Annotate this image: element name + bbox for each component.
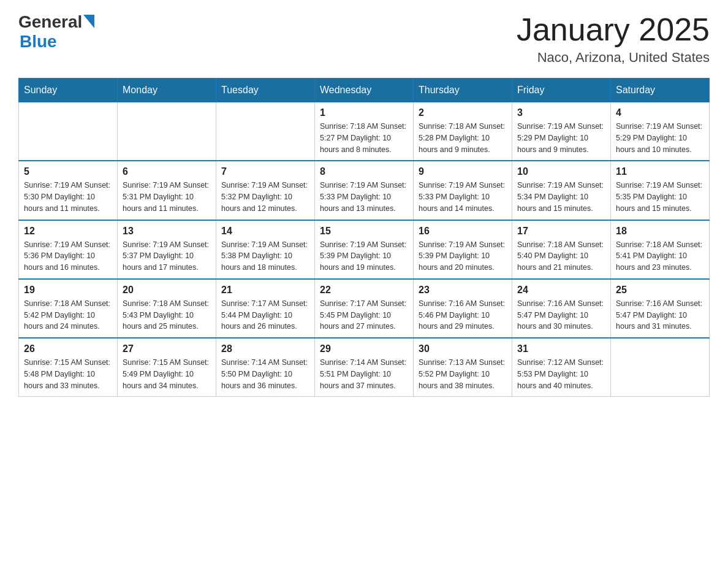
- logo: General Blue: [18, 12, 94, 52]
- day-number: 1: [320, 107, 408, 118]
- calendar-cell: 19Sunrise: 7:18 AM Sunset: 5:42 PM Dayli…: [19, 279, 118, 338]
- logo-blue: Blue: [20, 32, 57, 51]
- calendar-cell: 28Sunrise: 7:14 AM Sunset: 5:50 PM Dayli…: [216, 338, 315, 397]
- day-info: Sunrise: 7:18 AM Sunset: 5:40 PM Dayligh…: [517, 239, 605, 274]
- day-number: 8: [320, 166, 408, 177]
- day-number: 5: [24, 166, 112, 177]
- calendar-cell: 26Sunrise: 7:15 AM Sunset: 5:48 PM Dayli…: [19, 338, 118, 397]
- title-block: January 2025 Naco, Arizona, United State…: [517, 12, 710, 66]
- calendar-cell: 11Sunrise: 7:19 AM Sunset: 5:35 PM Dayli…: [611, 161, 710, 220]
- day-info: Sunrise: 7:19 AM Sunset: 5:34 PM Dayligh…: [517, 180, 605, 214]
- calendar-week-row: 5Sunrise: 7:19 AM Sunset: 5:30 PM Daylig…: [19, 161, 710, 220]
- calendar-cell: [611, 338, 710, 397]
- calendar-cell: [118, 102, 216, 161]
- day-info: Sunrise: 7:18 AM Sunset: 5:42 PM Dayligh…: [24, 298, 112, 332]
- calendar-cell: 20Sunrise: 7:18 AM Sunset: 5:43 PM Dayli…: [118, 279, 216, 338]
- day-info: Sunrise: 7:19 AM Sunset: 5:36 PM Dayligh…: [24, 239, 112, 274]
- day-info: Sunrise: 7:15 AM Sunset: 5:48 PM Dayligh…: [24, 357, 112, 391]
- calendar-cell: 22Sunrise: 7:17 AM Sunset: 5:45 PM Dayli…: [315, 279, 414, 338]
- calendar-cell: 29Sunrise: 7:14 AM Sunset: 5:51 PM Dayli…: [315, 338, 414, 397]
- day-number: 11: [616, 166, 704, 177]
- calendar-cell: 15Sunrise: 7:19 AM Sunset: 5:39 PM Dayli…: [315, 220, 414, 279]
- day-number: 29: [320, 343, 408, 354]
- day-info: Sunrise: 7:19 AM Sunset: 5:37 PM Dayligh…: [123, 239, 211, 274]
- calendar-week-row: 12Sunrise: 7:19 AM Sunset: 5:36 PM Dayli…: [19, 220, 710, 279]
- calendar-cell: 23Sunrise: 7:16 AM Sunset: 5:46 PM Dayli…: [414, 279, 512, 338]
- calendar-cell: 18Sunrise: 7:18 AM Sunset: 5:41 PM Dayli…: [611, 220, 710, 279]
- location-title: Naco, Arizona, United States: [517, 50, 710, 66]
- day-info: Sunrise: 7:14 AM Sunset: 5:50 PM Dayligh…: [221, 357, 309, 391]
- calendar-cell: 1Sunrise: 7:18 AM Sunset: 5:27 PM Daylig…: [315, 102, 414, 161]
- calendar-cell: 17Sunrise: 7:18 AM Sunset: 5:40 PM Dayli…: [512, 220, 611, 279]
- calendar-header-monday: Monday: [118, 79, 216, 102]
- day-number: 18: [616, 226, 704, 237]
- calendar-week-row: 26Sunrise: 7:15 AM Sunset: 5:48 PM Dayli…: [19, 338, 710, 397]
- day-info: Sunrise: 7:16 AM Sunset: 5:47 PM Dayligh…: [517, 298, 605, 332]
- day-number: 23: [419, 285, 507, 296]
- day-info: Sunrise: 7:19 AM Sunset: 5:29 PM Dayligh…: [517, 121, 605, 155]
- day-info: Sunrise: 7:15 AM Sunset: 5:49 PM Dayligh…: [123, 357, 211, 391]
- svg-marker-0: [83, 15, 94, 28]
- day-info: Sunrise: 7:13 AM Sunset: 5:52 PM Dayligh…: [419, 357, 507, 391]
- calendar-header-tuesday: Tuesday: [216, 79, 315, 102]
- day-info: Sunrise: 7:19 AM Sunset: 5:33 PM Dayligh…: [320, 180, 408, 214]
- day-info: Sunrise: 7:19 AM Sunset: 5:32 PM Dayligh…: [221, 180, 309, 214]
- day-info: Sunrise: 7:18 AM Sunset: 5:43 PM Dayligh…: [123, 298, 211, 332]
- day-info: Sunrise: 7:19 AM Sunset: 5:33 PM Dayligh…: [419, 180, 507, 214]
- day-info: Sunrise: 7:19 AM Sunset: 5:31 PM Dayligh…: [123, 180, 211, 214]
- day-info: Sunrise: 7:19 AM Sunset: 5:38 PM Dayligh…: [221, 239, 309, 274]
- day-info: Sunrise: 7:14 AM Sunset: 5:51 PM Dayligh…: [320, 357, 408, 391]
- day-info: Sunrise: 7:16 AM Sunset: 5:46 PM Dayligh…: [419, 298, 507, 332]
- day-number: 6: [123, 166, 211, 177]
- page-header: General Blue January 2025 Naco, Arizona,…: [18, 12, 710, 66]
- calendar-cell: 31Sunrise: 7:12 AM Sunset: 5:53 PM Dayli…: [512, 338, 611, 397]
- day-number: 25: [616, 285, 704, 296]
- day-number: 3: [517, 107, 605, 118]
- calendar-cell: [19, 102, 118, 161]
- calendar-cell: 5Sunrise: 7:19 AM Sunset: 5:30 PM Daylig…: [19, 161, 118, 220]
- calendar-header-friday: Friday: [512, 79, 611, 102]
- calendar-cell: 14Sunrise: 7:19 AM Sunset: 5:38 PM Dayli…: [216, 220, 315, 279]
- day-number: 30: [419, 343, 507, 354]
- day-info: Sunrise: 7:18 AM Sunset: 5:27 PM Dayligh…: [320, 121, 408, 155]
- calendar-cell: 24Sunrise: 7:16 AM Sunset: 5:47 PM Dayli…: [512, 279, 611, 338]
- day-number: 17: [517, 226, 605, 237]
- calendar-header-saturday: Saturday: [611, 79, 710, 102]
- day-info: Sunrise: 7:18 AM Sunset: 5:28 PM Dayligh…: [419, 121, 507, 155]
- day-number: 12: [24, 226, 112, 237]
- day-info: Sunrise: 7:17 AM Sunset: 5:44 PM Dayligh…: [221, 298, 309, 332]
- day-number: 10: [517, 166, 605, 177]
- calendar-cell: 27Sunrise: 7:15 AM Sunset: 5:49 PM Dayli…: [118, 338, 216, 397]
- calendar-cell: 21Sunrise: 7:17 AM Sunset: 5:44 PM Dayli…: [216, 279, 315, 338]
- day-info: Sunrise: 7:12 AM Sunset: 5:53 PM Dayligh…: [517, 357, 605, 391]
- day-number: 21: [221, 285, 309, 296]
- day-info: Sunrise: 7:16 AM Sunset: 5:47 PM Dayligh…: [616, 298, 704, 332]
- calendar-cell: 7Sunrise: 7:19 AM Sunset: 5:32 PM Daylig…: [216, 161, 315, 220]
- calendar-cell: 10Sunrise: 7:19 AM Sunset: 5:34 PM Dayli…: [512, 161, 611, 220]
- calendar-cell: 6Sunrise: 7:19 AM Sunset: 5:31 PM Daylig…: [118, 161, 216, 220]
- calendar-cell: 4Sunrise: 7:19 AM Sunset: 5:29 PM Daylig…: [611, 102, 710, 161]
- day-number: 19: [24, 285, 112, 296]
- calendar-week-row: 19Sunrise: 7:18 AM Sunset: 5:42 PM Dayli…: [19, 279, 710, 338]
- calendar-cell: 9Sunrise: 7:19 AM Sunset: 5:33 PM Daylig…: [414, 161, 512, 220]
- calendar-header-wednesday: Wednesday: [315, 79, 414, 102]
- day-number: 13: [123, 226, 211, 237]
- calendar-header-row: SundayMondayTuesdayWednesdayThursdayFrid…: [19, 79, 710, 102]
- logo-general: General: [18, 12, 82, 32]
- day-number: 15: [320, 226, 408, 237]
- day-info: Sunrise: 7:19 AM Sunset: 5:35 PM Dayligh…: [616, 180, 704, 214]
- day-number: 9: [419, 166, 507, 177]
- day-number: 4: [616, 107, 704, 118]
- day-info: Sunrise: 7:17 AM Sunset: 5:45 PM Dayligh…: [320, 298, 408, 332]
- day-number: 20: [123, 285, 211, 296]
- calendar-cell: 16Sunrise: 7:19 AM Sunset: 5:39 PM Dayli…: [414, 220, 512, 279]
- calendar-cell: 25Sunrise: 7:16 AM Sunset: 5:47 PM Dayli…: [611, 279, 710, 338]
- day-number: 31: [517, 343, 605, 354]
- calendar-cell: 12Sunrise: 7:19 AM Sunset: 5:36 PM Dayli…: [19, 220, 118, 279]
- day-info: Sunrise: 7:19 AM Sunset: 5:39 PM Dayligh…: [320, 239, 408, 274]
- day-number: 7: [221, 166, 309, 177]
- day-number: 16: [419, 226, 507, 237]
- calendar-table: SundayMondayTuesdayWednesdayThursdayFrid…: [18, 78, 710, 397]
- calendar-cell: 3Sunrise: 7:19 AM Sunset: 5:29 PM Daylig…: [512, 102, 611, 161]
- calendar-week-row: 1Sunrise: 7:18 AM Sunset: 5:27 PM Daylig…: [19, 102, 710, 161]
